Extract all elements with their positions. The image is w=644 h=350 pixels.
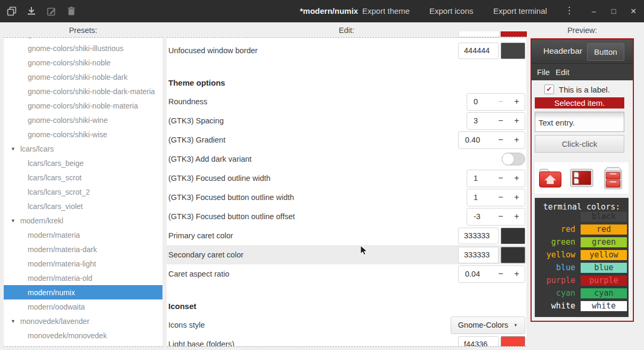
spin-value[interactable]: 3: [467, 116, 493, 125]
edit-row-control: 1−+: [467, 189, 525, 206]
spin-decrement-button[interactable]: −: [493, 212, 509, 221]
color-swatch-button[interactable]: [501, 247, 525, 263]
trash-icon[interactable]: [67, 6, 76, 16]
preset-item[interactable]: ▼monovedek/lavender: [4, 314, 162, 328]
spinbox: 0.04−+: [458, 265, 525, 283]
edit-row-label: Roundness: [168, 97, 207, 106]
preset-item[interactable]: modern/oodwaita: [4, 299, 162, 314]
checkbox-check-icon: ✔: [547, 85, 552, 93]
clone-icon[interactable]: [7, 6, 17, 16]
clipped-color-input[interactable]: [458, 31, 500, 37]
menu-export-icons[interactable]: Export icons: [429, 6, 474, 15]
edit-row-control: 1−+: [467, 170, 525, 187]
preset-item[interactable]: gnome-colors/shiki-illustrious: [4, 41, 162, 55]
preview-text-entry-value: Text entry.: [539, 118, 575, 127]
preview-menu-edit[interactable]: Edit: [556, 68, 569, 77]
preset-item[interactable]: modern/materia-dark: [4, 242, 162, 256]
preview-menu-file[interactable]: File: [537, 68, 550, 77]
terminal-color-row: yellowyellow: [535, 250, 629, 260]
color-hex-input[interactable]: 444444: [458, 43, 499, 59]
spin-decrement-button[interactable]: −: [493, 193, 509, 202]
spin-increment-button[interactable]: +: [509, 193, 525, 202]
spin-increment-button[interactable]: +: [509, 97, 525, 106]
spin-increment-button[interactable]: +: [509, 173, 525, 183]
spin-decrement-button[interactable]: −: [493, 269, 509, 279]
color-swatch-button[interactable]: [501, 43, 525, 59]
preset-item[interactable]: gnome-colors/shiki-wine: [4, 113, 162, 127]
close-icon[interactable]: ✕: [627, 5, 639, 17]
preset-item[interactable]: lcars/lcars_violet: [4, 199, 162, 213]
preset-item-label: monovedek/lavender: [20, 317, 89, 326]
spin-value[interactable]: 1: [467, 174, 493, 182]
edit-row-control: f44336: [458, 336, 525, 347]
preview-headerbar-button[interactable]: Button: [587, 43, 624, 61]
color-hex-input[interactable]: 333333: [458, 247, 499, 263]
preview-text-entry[interactable]: Text entry.: [535, 112, 624, 132]
rename-icon[interactable]: [47, 6, 56, 16]
kebab-menu-icon[interactable]: ⋮: [565, 5, 573, 16]
preset-item[interactable]: modern/materia-light: [4, 256, 162, 271]
preset-item[interactable]: monovedek/monovedek: [4, 328, 162, 343]
spin-increment-button[interactable]: +: [509, 135, 525, 145]
home-folder-icon[interactable]: [538, 166, 563, 190]
terminal-color-row: purplepurple: [535, 276, 629, 286]
spin-value[interactable]: -3: [467, 212, 493, 221]
preset-item[interactable]: gnome-colors/shiki-human: [4, 37, 162, 41]
spin-value[interactable]: 0.40: [459, 136, 493, 144]
spin-increment-button[interactable]: +: [509, 116, 525, 126]
dark-variant-switch[interactable]: [502, 153, 525, 165]
expander-icon[interactable]: ▼: [11, 319, 15, 324]
icons-style-dropdown[interactable]: Gnome-Colors▼: [451, 316, 525, 334]
preset-item-label: modern/numix: [28, 288, 75, 297]
menu-export-terminal[interactable]: Export terminal: [493, 6, 547, 15]
preset-item[interactable]: lcars/lcars_beige: [4, 156, 162, 170]
edit-row-control: 0.40−+: [458, 131, 525, 149]
spin-decrement-button[interactable]: −: [493, 173, 509, 183]
preset-item[interactable]: ▼modern/krekl: [4, 213, 162, 228]
terminal-color-row: whitewhite: [535, 301, 629, 311]
spin-decrement-button[interactable]: −: [493, 97, 509, 106]
spin-value[interactable]: 0: [467, 97, 493, 106]
preset-item[interactable]: gnome-colors/shiki-noble: [4, 55, 162, 70]
spin-increment-button[interactable]: +: [509, 269, 525, 279]
minimize-icon[interactable]: –: [588, 5, 600, 17]
color-swatch-button[interactable]: [501, 228, 525, 244]
edit-row-label: Icons style: [168, 321, 205, 329]
preset-item[interactable]: gnome-colors/shiki-noble-dark: [4, 70, 162, 84]
preset-item[interactable]: modern/materia: [4, 228, 162, 242]
preview-selected-item[interactable]: Selected item.: [535, 97, 624, 109]
import-icon[interactable]: [27, 6, 36, 16]
preview-checkbox-row: ✔ This is a label.: [544, 85, 610, 94]
spin-value[interactable]: 1: [467, 193, 493, 202]
edit-row: Roundness0−+: [167, 92, 526, 111]
terminal-color-row: blackblack: [535, 212, 629, 222]
expander-icon[interactable]: ▼: [11, 218, 15, 223]
expander-icon[interactable]: ▼: [11, 146, 15, 152]
clipped-color-swatch[interactable]: [501, 31, 527, 37]
terminal-title: terminal colors:: [535, 202, 629, 212]
preset-item[interactable]: modern/numix: [4, 285, 162, 299]
color-hex-input[interactable]: f44336: [458, 336, 499, 347]
color-swatch-button[interactable]: [501, 336, 525, 347]
spin-decrement-button[interactable]: −: [493, 135, 509, 145]
spin-increment-button[interactable]: +: [509, 212, 525, 221]
preset-item[interactable]: gnome-colors/shiki-noble-dark-materia: [4, 84, 162, 98]
preset-item[interactable]: lcars/lcars_scrot_2: [4, 185, 162, 199]
edit-row-control: 3−+: [467, 112, 525, 130]
maximize-icon[interactable]: □: [608, 5, 619, 17]
preset-item[interactable]: gnome-colors/shiki-wise: [4, 127, 162, 141]
preset-item-label: modern/materia: [28, 231, 80, 239]
color-hex-input[interactable]: 333333: [458, 228, 499, 244]
preset-item[interactable]: modern/materia-old: [4, 271, 162, 285]
preview-checkbox[interactable]: ✔: [544, 85, 554, 94]
drawer-icon[interactable]: [601, 166, 625, 190]
preview-click-button[interactable]: Click-click: [535, 135, 624, 153]
spin-value[interactable]: 0.04: [459, 270, 493, 278]
preset-item[interactable]: lcars/lcars_scrot: [4, 170, 162, 185]
preset-item[interactable]: ▼lcars/lcars: [4, 141, 162, 156]
menu-export-theme[interactable]: Export theme: [362, 6, 410, 15]
desktop-icon[interactable]: [569, 166, 594, 190]
terminal-color-swatch: purple: [581, 276, 627, 286]
preset-item[interactable]: gnome-colors/shiki-noble-materia: [4, 98, 162, 113]
spin-decrement-button[interactable]: −: [493, 116, 509, 126]
